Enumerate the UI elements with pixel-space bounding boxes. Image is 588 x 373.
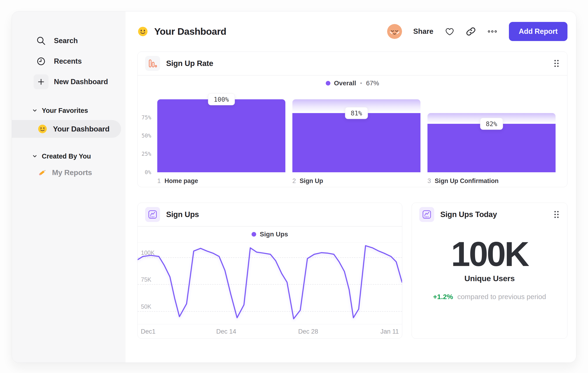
sidebar-item-new-dashboard[interactable]: New Dashboard <box>12 71 126 92</box>
more-options-button[interactable] <box>487 26 498 37</box>
signups-x-axis: Dec1Dec 14Dec 28Jan 11 <box>138 324 402 339</box>
funnel-bar-fill <box>292 113 420 172</box>
card-title: Sign Ups <box>166 210 199 219</box>
funnel-y-tick: 0% <box>145 169 151 175</box>
sidebar-item-label: Search <box>54 37 78 45</box>
sidebar-item-label: Recents <box>54 57 82 66</box>
sidebar-item-your-dashboard[interactable]: Your Dashboard <box>12 120 121 138</box>
step-name: Sign Up <box>300 177 323 185</box>
funnel-bar-fill <box>157 99 285 172</box>
funnel-chart: 75%50%25%0% 100%81%82% <box>138 91 567 172</box>
sidebar-item-label: Your Dashboard <box>53 125 109 133</box>
sidebar-item-recents[interactable]: Recents <box>12 51 126 71</box>
funnel-y-tick: 75% <box>141 114 151 121</box>
clock-icon <box>36 56 46 67</box>
signup-rate-card-header: Sign Up Rate <box>138 52 567 75</box>
dashboard-header: Your Dashboard Share <box>137 21 567 42</box>
avatar-face-icon <box>387 24 402 39</box>
step-index: 1 <box>157 177 161 185</box>
sidebar-item-my-reports[interactable]: My Reports <box>12 164 126 181</box>
x-axis-label: Jan 11 <box>380 328 399 335</box>
smiley-emoji-icon <box>137 26 148 37</box>
sidebar-section-your-favorites[interactable]: Your Favorites <box>12 104 126 117</box>
sidebar-item-label: My Reports <box>52 168 92 177</box>
drag-handle[interactable] <box>553 210 560 219</box>
sidebar-section-created-by-you[interactable]: Created By You <box>12 150 126 163</box>
sign-ups-today-header: Sign Ups Today <box>412 203 567 226</box>
funnel-bar-sign-up-confirmation[interactable]: 82% <box>428 99 556 172</box>
dashboard-row-2: Sign Ups Sign Ups 100K75K50K Dec1Dec 14D… <box>137 202 567 339</box>
legend-dot <box>326 81 330 86</box>
sidebar-item-search[interactable]: Search <box>12 30 126 51</box>
main-content: Your Dashboard Share <box>126 11 576 363</box>
signups-plot: 100K75K50K <box>138 242 402 324</box>
funnel-bar-sign-up[interactable]: 81% <box>292 99 420 172</box>
funnel-bar-fill <box>428 124 556 172</box>
sign-ups-card: Sign Ups Sign Ups 100K75K50K Dec1Dec 14D… <box>137 202 402 339</box>
chevron-down-icon <box>32 153 38 159</box>
funnel-value-tooltip: 81% <box>345 107 368 119</box>
sign-ups-legend: Sign Ups <box>138 227 402 242</box>
funnel-step-label: 3 Sign Up Confirmation <box>428 177 556 185</box>
funnel-step-label: 2 Sign Up <box>292 177 420 185</box>
funnel-step-labels: 1 Home page 2 Sign Up 3 Sign Up Confirma… <box>138 172 567 185</box>
avatar[interactable] <box>387 24 402 39</box>
funnel-bar-home-page[interactable]: 100% <box>157 99 285 172</box>
funnel-y-tick: 25% <box>141 151 151 157</box>
step-name: Sign Up Confirmation <box>435 177 498 185</box>
app-window: Search Recents New Dashboard <box>12 11 576 363</box>
sidebar: Search Recents New Dashboard <box>12 11 126 363</box>
search-icon <box>36 35 46 46</box>
signup-rate-legend: Overall • 67% <box>138 76 567 91</box>
x-axis-label: Dec 14 <box>216 328 236 335</box>
step-name: Home page <box>165 177 198 185</box>
page-title: Your Dashboard <box>154 26 226 37</box>
chevron-down-icon <box>32 108 38 113</box>
signup-rate-card: Sign Up Rate Overall • 67% <box>137 51 567 187</box>
funnel-bars: 100%81%82% <box>157 99 556 172</box>
kpi-delta: +1.2% <box>433 293 453 301</box>
legend-value: 67% <box>366 80 379 87</box>
kpi-label: Unique Users <box>412 274 567 283</box>
heart-icon <box>444 26 455 37</box>
card-title: Sign Ups Today <box>440 210 497 219</box>
link-icon <box>466 27 476 36</box>
funnel-step-label: 1 Home page <box>157 177 285 185</box>
step-index: 2 <box>292 177 296 185</box>
kpi-value: 100K <box>412 236 567 272</box>
title-wrap: Your Dashboard <box>137 26 226 37</box>
smiley-emoji-icon <box>38 124 47 134</box>
line-chart-icon <box>145 207 160 222</box>
section-label: Created By You <box>42 152 91 160</box>
desktop-background: Search Recents New Dashboard <box>0 0 588 373</box>
section-label: Your Favorites <box>42 107 88 114</box>
kpi-delta-row: +1.2% compared to previous period <box>412 293 567 301</box>
x-axis-label: Dec1 <box>141 328 156 335</box>
share-button[interactable]: Share <box>413 27 433 36</box>
legend-dot <box>252 232 256 237</box>
sign-ups-today-card: Sign Ups Today 100K Unique Users <box>412 202 567 339</box>
sign-ups-card-header: Sign Ups <box>138 203 402 226</box>
drag-handle[interactable] <box>553 59 560 68</box>
signups-line-chart[interactable] <box>138 242 402 324</box>
step-index: 3 <box>428 177 431 185</box>
favorite-button[interactable] <box>444 26 455 37</box>
header-actions: Share <box>387 22 567 41</box>
funnel-y-tick: 50% <box>141 133 151 139</box>
kpi-delta-note: compared to previous period <box>457 293 546 301</box>
copy-link-button[interactable] <box>466 27 476 36</box>
legend-label: Sign Ups <box>260 231 288 238</box>
funnel-value-tooltip: 82% <box>480 118 503 130</box>
ellipsis-icon <box>487 26 498 37</box>
funnel-value-tooltip: 100% <box>208 93 235 105</box>
pencil-emoji-icon <box>38 168 47 177</box>
plus-icon <box>34 74 49 89</box>
add-report-button[interactable]: Add Report <box>509 22 567 41</box>
kpi-body: 100K Unique Users +1.2% compared to prev… <box>412 226 567 301</box>
bar-chart-icon <box>145 56 160 71</box>
legend-label: Overall <box>334 80 356 87</box>
legend-separator: • <box>360 80 362 87</box>
card-title: Sign Up Rate <box>166 59 213 68</box>
sidebar-item-label: New Dashboard <box>54 78 108 86</box>
line-chart-icon <box>419 207 434 222</box>
